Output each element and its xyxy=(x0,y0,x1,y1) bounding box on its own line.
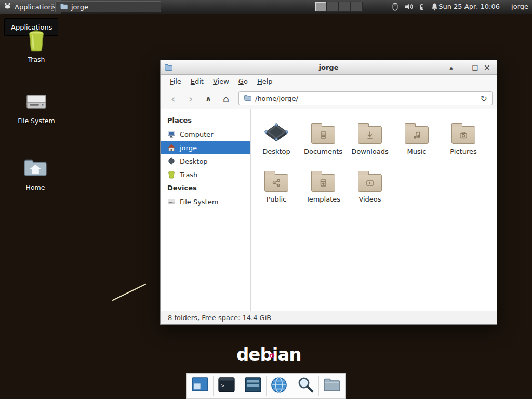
folder-label: Music xyxy=(407,148,427,155)
sidebar-item-jorge[interactable]: jorge xyxy=(161,141,250,154)
desktop-icon-label: File System xyxy=(18,117,55,125)
taskbar-window-button[interactable]: jorge xyxy=(55,1,161,12)
drive-icon xyxy=(167,197,176,206)
desktop-folder-icon xyxy=(264,116,289,144)
workspace-4[interactable] xyxy=(351,2,363,12)
maximize-button[interactable]: □ xyxy=(469,62,481,73)
sidebar-item-label: Computer xyxy=(180,130,214,138)
web-browser-button[interactable] xyxy=(270,375,288,397)
video-emblem-icon xyxy=(358,175,381,191)
panel-grip xyxy=(51,2,54,11)
drive-icon xyxy=(25,89,47,114)
svg-text:>_: >_ xyxy=(221,382,228,389)
terminal-icon: >_ xyxy=(217,376,236,396)
dock-panel: >_ xyxy=(186,373,346,399)
folder-view: Desktop Documents Downloads Music xyxy=(251,109,497,311)
sidebar-item-label: Desktop xyxy=(180,157,208,165)
back-button[interactable]: ‹ xyxy=(165,91,181,107)
path-input[interactable] xyxy=(255,95,477,102)
volume-icon[interactable] xyxy=(404,2,414,11)
mouse-icon[interactable] xyxy=(391,2,400,11)
forward-button[interactable]: › xyxy=(182,91,199,107)
menu-help[interactable]: Help xyxy=(252,75,277,88)
folder-item-templates[interactable]: Templates xyxy=(300,164,347,203)
folder-icon xyxy=(311,174,335,192)
folder-label: Pictures xyxy=(450,148,476,155)
menu-edit[interactable]: Edit xyxy=(186,75,208,88)
xterm-icon xyxy=(244,376,262,396)
taskbar-window-label: jorge xyxy=(71,3,88,11)
menu-file[interactable]: File xyxy=(165,75,186,88)
dock-separator xyxy=(318,376,319,396)
home-button[interactable]: ⌂ xyxy=(218,91,234,107)
sidebar-item-trash[interactable]: Trash xyxy=(161,168,250,181)
folder-label: Templates xyxy=(306,195,340,203)
sidebar-item-file-system[interactable]: File System xyxy=(161,195,250,208)
dock-separator xyxy=(213,376,214,396)
folder-label: Desktop xyxy=(262,148,290,155)
folder-icon xyxy=(451,126,475,144)
window-folder-icon xyxy=(164,63,172,71)
notifications-bell-icon[interactable] xyxy=(430,2,439,11)
taskbar-folder-icon xyxy=(60,3,68,11)
dock-separator xyxy=(292,376,292,396)
folder-label: Downloads xyxy=(351,148,388,155)
trash-icon xyxy=(26,28,47,53)
session-user-label[interactable]: jorge xyxy=(511,0,528,14)
file-manager-window: jorge ▴ – □ × File Edit View Go Help ‹ ›… xyxy=(160,60,497,325)
menu-go[interactable]: Go xyxy=(234,75,252,88)
folder-item-downloads[interactable]: Downloads xyxy=(347,116,393,155)
file-manager-folder-icon xyxy=(323,376,341,396)
desktop-icon-label: Trash xyxy=(28,56,45,63)
sidebar-item-desktop[interactable]: Desktop xyxy=(161,154,250,168)
places-header: Places xyxy=(161,114,250,127)
desktop-icon-home[interactable]: Home xyxy=(12,156,59,191)
folder-label: Videos xyxy=(358,195,381,203)
clock[interactable]: Sun 25 Apr, 10:06 xyxy=(438,0,500,14)
path-bar[interactable]: ↻ xyxy=(238,91,493,105)
shade-button[interactable]: ▴ xyxy=(445,62,457,73)
close-button[interactable]: × xyxy=(481,62,493,73)
share-emblem-icon xyxy=(265,175,288,191)
workspace-switcher[interactable] xyxy=(315,2,363,12)
computer-icon xyxy=(167,130,176,138)
window-titlebar[interactable]: jorge ▴ – □ × xyxy=(161,60,497,75)
folder-item-videos[interactable]: Videos xyxy=(347,164,393,203)
minimize-button[interactable]: – xyxy=(457,62,469,73)
globe-icon xyxy=(270,376,288,396)
folder-item-public[interactable]: Public xyxy=(253,164,300,203)
music-emblem-icon xyxy=(405,127,428,143)
home-icon xyxy=(167,143,176,152)
show-desktop-button[interactable] xyxy=(191,375,209,397)
folder-icon xyxy=(358,174,382,192)
workspace-3[interactable] xyxy=(339,2,351,12)
folder-item-desktop[interactable]: Desktop xyxy=(253,116,300,155)
battery-icon[interactable] xyxy=(418,2,425,11)
folder-icon xyxy=(264,174,288,192)
places-sidebar: Places Computer jorge Desktop xyxy=(161,109,251,311)
workspace-2[interactable] xyxy=(327,2,339,12)
path-folder-icon xyxy=(244,94,251,103)
xterm-button[interactable] xyxy=(244,375,262,397)
documents-emblem-icon xyxy=(312,127,335,143)
file-manager-button[interactable] xyxy=(323,375,341,397)
terminal-button[interactable]: >_ xyxy=(217,375,236,397)
workspace-1[interactable] xyxy=(315,2,327,12)
refresh-icon[interactable]: ↻ xyxy=(481,94,487,103)
menu-view[interactable]: View xyxy=(208,75,234,88)
up-button[interactable]: ∧ xyxy=(200,91,217,107)
sidebar-item-label: Trash xyxy=(180,171,197,179)
sidebar-item-label: File System xyxy=(180,198,218,206)
home-folder-icon xyxy=(23,156,47,181)
desktop-icon-trash[interactable]: Trash xyxy=(13,28,60,63)
app-finder-button[interactable] xyxy=(296,375,315,397)
desktop-icon-file-system[interactable]: File System xyxy=(13,89,60,125)
folder-item-documents[interactable]: Documents xyxy=(300,116,347,155)
folder-item-pictures[interactable]: Pictures xyxy=(440,116,487,155)
folder-item-music[interactable]: Music xyxy=(393,116,440,155)
system-tray xyxy=(391,2,439,11)
status-bar: 8 folders, Free space: 14.4 GiB xyxy=(161,311,497,324)
desktop-scratch-line xyxy=(111,283,148,304)
sidebar-item-computer[interactable]: Computer xyxy=(161,127,250,141)
folder-label: Public xyxy=(267,195,286,203)
